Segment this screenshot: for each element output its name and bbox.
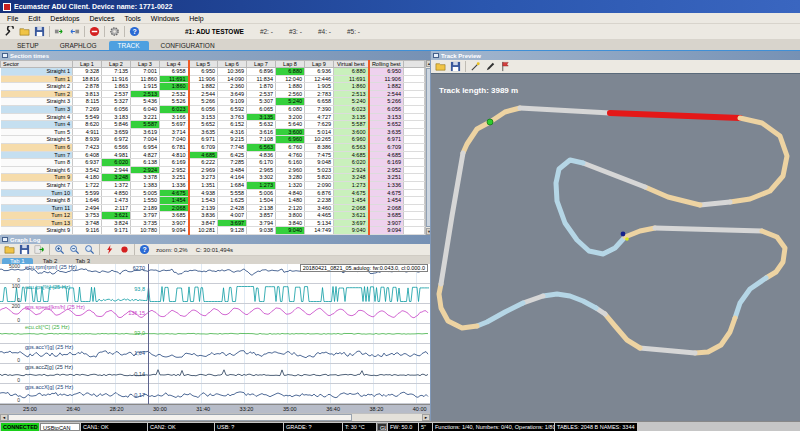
track-wand-icon[interactable] <box>468 60 482 73</box>
toolbar-separator <box>104 26 105 37</box>
graph-folder-icon[interactable] <box>2 243 16 256</box>
window-titlebar[interactable]: Ecumaster ADU Client. Device name: 1771-… <box>0 0 800 13</box>
toolbar-wrench-icon[interactable] <box>2 25 16 38</box>
sector-name-cell: Straight 4 <box>1 113 73 121</box>
graph-zoomout-icon[interactable] <box>67 243 81 256</box>
menu-devices[interactable]: Devices <box>85 15 120 22</box>
device-slot-3[interactable]: #3: - <box>289 28 302 35</box>
toolbar-help-icon[interactable]: ? <box>127 25 141 38</box>
menu-windows[interactable]: Windows <box>146 15 184 22</box>
graph-log-title: Graph Log <box>10 237 40 243</box>
lap-time-cell: 6:972 <box>102 136 131 144</box>
toolbar-floppy-icon[interactable] <box>32 25 46 38</box>
lap-time-cell: 3:135 <box>247 113 276 121</box>
sector-name-cell: Turn 8 <box>1 159 73 167</box>
track-canvas[interactable]: Track length: 3989 m <box>431 73 800 421</box>
tab-configuration[interactable]: CONFIGURATION <box>152 41 224 50</box>
selected-sector <box>610 113 740 118</box>
graph-flash-icon[interactable] <box>102 243 116 256</box>
channel-strip-gps.accZ[interactable]: 0gps.accZ[g] (25 Hz)0,14 <box>0 364 430 384</box>
lap-time-cell: 2:139 <box>189 204 218 212</box>
lap-time-cell: 1:625 <box>218 197 247 205</box>
cursor-value: 1,04 <box>88 350 145 356</box>
rolling-best-cell: 6:169 <box>369 159 404 167</box>
tab-graphlog[interactable]: GRAPHLOG <box>51 41 106 50</box>
column-header[interactable]: Virtual best <box>334 61 369 68</box>
column-header[interactable]: Lap 3 <box>131 61 160 68</box>
toolbar-folder-icon[interactable] <box>17 25 31 38</box>
virtual-best-cell: 3:135 <box>334 113 369 121</box>
lap-time-cell: 9:328 <box>73 68 102 76</box>
column-header[interactable]: Lap 9 <box>305 61 334 68</box>
sector-name-cell: Turn 3 <box>1 105 73 113</box>
device-slot-5[interactable]: #5: - <box>347 28 360 35</box>
time-tick: 28:20 <box>110 406 124 412</box>
menu-edit[interactable]: Edit <box>23 15 45 22</box>
status-tables: TABLES: 2048 B NAMES: 3344 <box>555 423 637 431</box>
column-header[interactable]: Lap 8 <box>276 61 305 68</box>
toolbar-connect2-icon[interactable] <box>67 25 81 38</box>
lap-time-cell: 1:336 <box>160 181 189 189</box>
graph-exportx-icon[interactable] <box>32 243 46 256</box>
table-row: Turn 23:8132:5372:5132:5322:5443:6492:53… <box>1 90 425 98</box>
column-header[interactable]: Lap 1 <box>73 61 102 68</box>
lap-time-cell: 3:616 <box>247 128 276 136</box>
channel-strip-gps.accY[interactable]: 0gps.accY[g] (25 Hz)1,04 <box>0 344 430 364</box>
lap-time-cell: 4:827 <box>131 151 160 159</box>
graph-cursor-line[interactable] <box>148 264 149 404</box>
graph-zoomin-icon[interactable] <box>52 243 66 256</box>
lap-time-cell: 5:005 <box>131 189 160 197</box>
scroll-right-icon[interactable]: ► <box>422 414 430 421</box>
menu-desktops[interactable]: Desktops <box>45 15 84 22</box>
device-slot-2[interactable]: #2: - <box>260 28 273 35</box>
toolbar-gear-icon[interactable] <box>107 25 121 38</box>
scroll-thumb[interactable] <box>8 414 352 421</box>
lap-time-cell: 2:428 <box>218 204 247 212</box>
lap-time-cell: 3:221 <box>131 113 160 121</box>
graph-record-icon[interactable] <box>117 243 131 256</box>
lap-time-cell: 3:659 <box>102 128 131 136</box>
column-header[interactable]: Rolling best <box>369 61 404 68</box>
track-flag-icon[interactable] <box>498 60 512 73</box>
lap-time-cell: 6:950 <box>189 68 218 76</box>
track-folder-icon[interactable] <box>433 60 447 73</box>
lap-time-cell: 3:273 <box>189 174 218 182</box>
lap-time-cell: 2:544 <box>189 90 218 98</box>
car-position-marker <box>621 232 626 237</box>
graph-zoomfit-icon[interactable] <box>82 243 96 256</box>
graph-help-icon[interactable]: ? <box>137 243 151 256</box>
rolling-best-cell: 5:266 <box>369 98 404 106</box>
lap-time-cell: 3:753 <box>73 212 102 220</box>
column-header[interactable]: Lap 4 <box>160 61 189 68</box>
start-finish-marker <box>487 119 493 125</box>
column-header[interactable]: Sector <box>1 61 73 68</box>
column-header[interactable]: Lap 7 <box>247 61 276 68</box>
channel-strip-gps.accX[interactable]: 0gps.accX[g] (25 Hz)0,17 <box>0 384 430 404</box>
graph-charts-area[interactable]: 50000ecu.rpm[rpm] (25 Hz)62701000ecu.tps… <box>0 264 430 404</box>
column-header[interactable]: Lap 5 <box>189 61 218 68</box>
menu-file[interactable]: File <box>2 15 23 22</box>
track-floppy-icon[interactable] <box>448 60 462 73</box>
virtual-best-cell: 1:860 <box>334 83 369 91</box>
device-slot-1[interactable]: #1: ADU TESTOWE <box>185 28 244 35</box>
table-header-row: SectorLap 1Lap 2Lap 3Lap 4Lap 5Lap 6Lap … <box>1 61 425 68</box>
tab-setup[interactable]: SETUP <box>8 41 48 50</box>
toolbar-stop-icon[interactable] <box>87 25 101 38</box>
scroll-left-icon[interactable]: ◄ <box>0 414 8 421</box>
toolbar-connect-icon[interactable] <box>52 25 66 38</box>
lap-time-cell: 3:542 <box>73 166 102 174</box>
graph-floppy-icon[interactable] <box>17 243 31 256</box>
device-slot-4[interactable]: #4: - <box>318 28 331 35</box>
graph-horizontal-scrollbar[interactable]: ◄ ► <box>0 413 430 421</box>
menu-help[interactable]: Help <box>184 15 208 22</box>
channel-strip-gps.speed[interactable]: 2000gps.speed[km/h] (25 Hz)136,15 <box>0 304 430 324</box>
column-header[interactable]: Lap 2 <box>102 61 131 68</box>
menu-tools[interactable]: Tools <box>119 15 145 22</box>
track-pencil-icon[interactable] <box>483 60 497 73</box>
tab-track[interactable]: TRACK <box>109 41 149 50</box>
channel-strip-ecu.tps[interactable]: 1000ecu.tps[%] (25 Hz)93,8 <box>0 284 430 304</box>
column-header[interactable]: Lap 6 <box>218 61 247 68</box>
channel-strip-ecu.clt[interactable]: ecu.clt[°C] (25 Hz)92,0 <box>0 324 430 344</box>
lap-time-cell: 4:675 <box>160 189 189 197</box>
virtual-best-cell: 6:023 <box>334 105 369 113</box>
